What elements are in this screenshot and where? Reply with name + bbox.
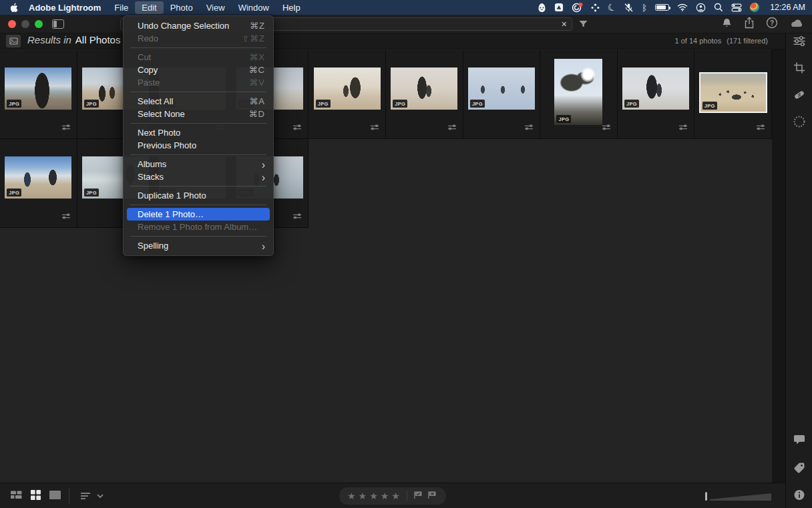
menu-item-delete-1-photo[interactable]: Delete 1 Photo…: [127, 208, 270, 221]
brush-texture-icon[interactable]: [793, 115, 806, 131]
menubar-items: FileEditPhotoViewWindowHelp: [108, 1, 307, 14]
window-zoom-button[interactable]: [35, 20, 43, 28]
menubar-item-edit[interactable]: Edit: [135, 1, 163, 14]
menubar-item-file[interactable]: File: [108, 1, 135, 14]
status-app-icon-record-badge[interactable]: [572, 1, 583, 13]
edited-indicator-icon: [678, 122, 688, 134]
photo-cell[interactable]: JPG: [0, 50, 77, 139]
photo-cell[interactable]: JPG: [386, 50, 463, 139]
collection-icon[interactable]: [6, 35, 21, 47]
scroll-gutter[interactable]: [772, 33, 785, 508]
star-icon[interactable]: ★: [381, 491, 389, 501]
control-center-icon[interactable]: [731, 1, 742, 13]
format-badge: JPG: [84, 100, 99, 108]
status-app-icon-capture[interactable]: [554, 1, 564, 13]
menu-item-select-none[interactable]: Select None⌘D: [124, 108, 273, 120]
photo-thumbnail[interactable]: JPG: [5, 156, 71, 199]
photo-thumbnail[interactable]: JPG: [554, 59, 602, 125]
thumbnail-size-slider-handle[interactable]: [705, 492, 707, 501]
notifications-icon[interactable]: [721, 17, 733, 31]
chevron-down-icon: [97, 494, 104, 498]
photo-cell[interactable]: JPG: [540, 50, 618, 139]
status-app-icon-egg[interactable]: [538, 1, 546, 13]
flag-controls: [413, 490, 437, 502]
menubar-item-view[interactable]: View: [200, 1, 232, 14]
mic-muted-icon[interactable]: [624, 1, 634, 13]
sidebar-toggle-icon[interactable]: [52, 19, 64, 29]
photo-thumbnail[interactable]: JPG: [314, 68, 381, 110]
flag-pick-icon[interactable]: [413, 490, 423, 502]
healing-brush-icon[interactable]: [793, 88, 806, 104]
photo-cell[interactable]: JPG: [0, 139, 77, 228]
menu-item-stacks[interactable]: Stacks›: [124, 170, 273, 183]
results-scope: All Photos: [75, 34, 121, 45]
star-icon[interactable]: ★: [347, 491, 356, 501]
menu-item-label: Duplicate 1 Photo: [138, 190, 206, 201]
menubar-item-help[interactable]: Help: [276, 1, 307, 14]
window-minimize-button[interactable]: [21, 20, 29, 28]
battery-icon[interactable]: [655, 1, 669, 13]
star-rating: ★★★★★: [347, 491, 400, 501]
cloud-sync-icon[interactable]: [789, 18, 804, 31]
flag-reject-icon[interactable]: [427, 490, 437, 502]
submenu-arrow-icon: ›: [262, 171, 265, 182]
info-icon[interactable]: [793, 489, 805, 503]
star-icon[interactable]: ★: [359, 491, 367, 501]
menu-item-duplicate-1-photo[interactable]: Duplicate 1 Photo: [124, 189, 273, 202]
macos-menubar: Adobe Lightroom FileEditPhotoViewWindowH…: [0, 0, 812, 15]
edit-sliders-icon[interactable]: [793, 35, 806, 49]
menubar-clock[interactable]: 12:26 AM: [770, 3, 805, 12]
photo-cell[interactable]: JPG: [309, 50, 386, 139]
photo-thumbnail[interactable]: JPG: [391, 68, 457, 110]
menu-separator: [130, 205, 266, 205]
apple-menu-icon[interactable]: [9, 3, 18, 13]
sort-control[interactable]: [80, 483, 104, 508]
keywords-tag-icon[interactable]: [793, 462, 805, 477]
window-close-button[interactable]: [8, 20, 16, 28]
spotlight-search-icon[interactable]: [714, 1, 723, 13]
wifi-icon[interactable]: [677, 1, 688, 13]
menu-item-select-all[interactable]: Select All⌘A: [124, 95, 273, 108]
star-icon[interactable]: ★: [369, 491, 378, 501]
photo-cell[interactable]: JPG: [694, 50, 772, 139]
format-badge: JPG: [7, 188, 21, 197]
user-account-icon[interactable]: [696, 1, 706, 13]
do-not-disturb-icon[interactable]: ☾: [606, 0, 618, 14]
star-icon[interactable]: ★: [391, 491, 400, 501]
status-app-icon-diamond-dots[interactable]: [591, 1, 600, 13]
search-clear-button[interactable]: ×: [562, 19, 567, 30]
masonry-view-icon[interactable]: [11, 490, 22, 502]
photo-thumbnail[interactable]: JPG: [5, 68, 71, 110]
filter-funnel-icon[interactable]: [578, 19, 588, 31]
bluetooth-icon[interactable]: ᛒ: [642, 1, 647, 13]
crop-icon[interactable]: [793, 61, 805, 77]
share-icon[interactable]: [744, 17, 755, 31]
photo-count: 1 of 14 photos (171 filtered): [675, 37, 769, 45]
status-app-icon-globe[interactable]: [750, 1, 759, 13]
results-prefix: Results in: [27, 34, 71, 45]
single-photo-view-icon[interactable]: [49, 490, 61, 502]
menu-item-label: Select None: [138, 109, 185, 119]
menubar-app-name[interactable]: Adobe Lightroom: [22, 3, 108, 13]
photo-cell[interactable]: JPG: [463, 50, 541, 139]
menu-item-label: Undo Change Selection: [138, 21, 229, 31]
menubar-item-window[interactable]: Window: [232, 1, 276, 14]
menu-item-spelling[interactable]: Spelling›: [124, 239, 273, 252]
edit-menu-list: Undo Change Selection⌘ZRedo⇧⌘ZCut⌘XCopy⌘…: [124, 19, 273, 252]
menubar-item-photo[interactable]: Photo: [164, 1, 200, 14]
comments-icon[interactable]: [793, 434, 805, 448]
help-icon[interactable]: ?: [766, 17, 778, 31]
photo-thumbnail[interactable]: JPG: [468, 68, 535, 110]
menu-item-label: Copy: [138, 65, 158, 75]
thumbnail-size-slider[interactable]: [710, 493, 771, 501]
menu-item-undo-change-selection[interactable]: Undo Change Selection⌘Z: [124, 19, 273, 32]
menu-item-copy[interactable]: Copy⌘C: [124, 64, 273, 76]
photo-thumbnail[interactable]: JPG: [622, 68, 689, 110]
grid-view-icon[interactable]: [31, 490, 41, 503]
photo-cell[interactable]: JPG: [618, 50, 695, 139]
menu-item-shortcut: ⌘C: [249, 65, 265, 75]
photo-thumbnail-selected[interactable]: JPG: [699, 72, 767, 113]
menu-item-next-photo[interactable]: Next Photo: [124, 126, 273, 139]
menu-item-previous-photo[interactable]: Previous Photo: [124, 139, 273, 152]
menu-item-albums[interactable]: Albums›: [124, 158, 273, 170]
